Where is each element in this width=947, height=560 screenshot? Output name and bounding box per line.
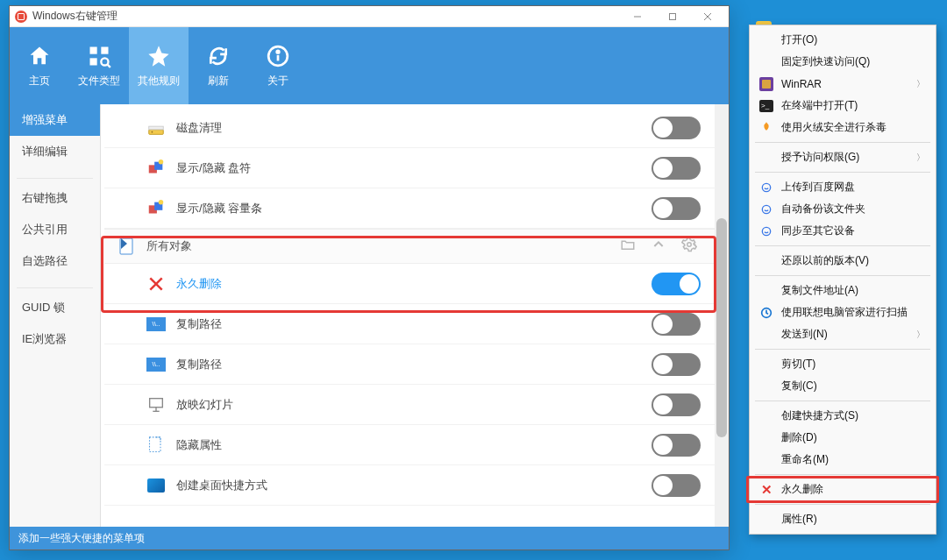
context-menu-separator <box>755 474 930 475</box>
tool-home[interactable]: 主页 <box>10 27 69 104</box>
section-title: 所有对象 <box>146 238 192 254</box>
tool-label: 关于 <box>267 74 288 89</box>
context-menu-item[interactable]: ✕永久删除 <box>751 478 934 500</box>
tool-file-type[interactable]: 文件类型 <box>69 27 129 104</box>
toggle[interactable] <box>652 353 701 376</box>
context-menu-item[interactable]: 使用火绒安全进行杀毒 <box>751 117 934 138</box>
sidebar-item-right-drag[interactable]: 右键拖拽 <box>10 182 100 214</box>
item-row[interactable]: 隐藏属性 <box>104 425 720 465</box>
svg-point-20 <box>159 199 164 204</box>
context-menu-item[interactable]: 固定到快速访问(Q) <box>751 51 934 73</box>
app-icon <box>15 11 27 23</box>
context-menu-item[interactable]: WinRAR〉 <box>751 73 934 95</box>
context-menu-item[interactable]: 发送到(N)〉 <box>751 323 934 345</box>
context-menu-item[interactable]: 删除(D) <box>751 427 934 449</box>
blank-icon <box>758 150 774 166</box>
tool-other-rules[interactable]: 其他规则 <box>129 27 189 104</box>
context-menu-item-label: 重命名(M) <box>781 452 829 467</box>
context-menu-item[interactable]: 同步至其它设备 <box>751 220 934 242</box>
tool-about[interactable]: 关于 <box>248 27 308 104</box>
toggle[interactable] <box>652 434 701 457</box>
svg-point-14 <box>152 131 153 132</box>
context-menu-item-label: WinRAR <box>781 78 822 90</box>
context-menu-item-label: 在终端中打开(T) <box>781 98 858 113</box>
close-button[interactable] <box>690 6 725 27</box>
context-menu: 打开(O)固定到快速访问(Q)WinRAR〉>_在终端中打开(T)使用火绒安全进… <box>749 25 936 535</box>
svg-rect-13 <box>149 126 164 130</box>
item-row-permanent-delete[interactable]: 永久删除 <box>104 264 720 304</box>
objects-icon <box>117 236 138 257</box>
context-menu-item[interactable]: 上传到百度网盘 <box>751 176 934 198</box>
item-label: 复制路径 <box>176 316 222 332</box>
tool-label: 文件类型 <box>78 74 120 89</box>
tool-label: 其他规则 <box>138 74 180 89</box>
drive-icon <box>146 199 166 218</box>
item-row[interactable]: 显示/隐藏 盘符 <box>104 148 720 188</box>
content-area: 磁盘清理 显示/隐藏 盘符 显示/隐藏 容量条 所有对象 <box>101 104 729 527</box>
sidebar-item-detail-edit[interactable]: 详细编辑 <box>10 136 100 167</box>
context-menu-item-label: 属性(R) <box>781 512 817 527</box>
minimize-button[interactable] <box>620 6 655 27</box>
item-row[interactable]: 磁盘清理 <box>104 108 720 148</box>
context-menu-item[interactable]: 授予访问权限(G)〉 <box>751 146 934 168</box>
context-menu-item[interactable]: 使用联想电脑管家进行扫描 <box>751 301 934 323</box>
context-menu-item[interactable]: 创建快捷方式(S) <box>751 405 934 427</box>
toggle[interactable] <box>652 313 701 336</box>
blank-icon <box>758 452 774 468</box>
context-menu-separator <box>755 275 930 276</box>
item-row[interactable]: \\.. 复制路径 <box>104 304 720 344</box>
item-label: 磁盘清理 <box>176 120 222 136</box>
context-menu-item[interactable]: 剪切(T) <box>751 353 934 375</box>
section-header[interactable]: 所有对象 <box>104 229 720 264</box>
toggle[interactable] <box>652 157 701 180</box>
toggle[interactable] <box>652 474 701 497</box>
toggle[interactable] <box>652 197 701 220</box>
context-menu-item[interactable]: >_在终端中打开(T) <box>751 95 934 117</box>
tool-refresh[interactable]: 刷新 <box>189 27 248 104</box>
sidebar-item-enhance-menu[interactable]: 增强菜单 <box>10 104 100 136</box>
home-icon <box>27 44 52 68</box>
context-menu-item-label: 固定到快速访问(Q) <box>781 54 870 69</box>
blank-icon <box>758 379 774 394</box>
scrollbar[interactable] <box>715 104 729 527</box>
tool-label: 主页 <box>29 74 50 89</box>
item-row[interactable]: 创建桌面快捷方式 <box>104 465 720 506</box>
sidebar-item-ie[interactable]: IE浏览器 <box>10 323 100 355</box>
folder-open-icon[interactable] <box>620 237 636 256</box>
context-menu-item[interactable]: 重命名(M) <box>751 449 934 471</box>
sidebar-item-guid-lock[interactable]: GUID 锁 <box>10 292 100 323</box>
maximize-button[interactable] <box>655 6 690 27</box>
context-menu-separator <box>755 401 930 401</box>
gear-icon[interactable] <box>681 237 697 256</box>
item-row[interactable]: \\.. 复制路径 <box>104 344 720 385</box>
status-text: 添加一些强大便捷的菜单项 <box>18 531 145 546</box>
chevron-up-icon[interactable] <box>652 237 666 255</box>
scrollbar-thumb[interactable] <box>716 218 727 437</box>
toggle[interactable] <box>652 393 701 416</box>
sidebar-item-custom-path[interactable]: 自选路径 <box>10 245 100 277</box>
context-menu-separator <box>755 349 930 350</box>
item-row[interactable]: 显示/隐藏 容量条 <box>104 188 720 229</box>
context-menu-item[interactable]: 复制文件地址(A) <box>751 280 934 301</box>
statusbar: 添加一些强大便捷的菜单项 <box>10 527 729 549</box>
toggle[interactable] <box>652 273 701 295</box>
context-menu-item[interactable]: 还原以前的版本(V) <box>751 250 934 272</box>
toggle[interactable] <box>652 117 701 139</box>
lenovo-icon <box>758 305 774 321</box>
svg-point-23 <box>687 243 692 247</box>
svg-point-17 <box>159 159 164 164</box>
svg-point-32 <box>762 227 770 235</box>
path-icon: \\.. <box>146 315 166 334</box>
context-menu-item[interactable]: 复制(C) <box>751 375 934 397</box>
sidebar-item-public-ref[interactable]: 公共引用 <box>10 214 100 245</box>
item-label: 创建桌面快捷方式 <box>176 478 267 493</box>
winrar-icon <box>758 76 774 92</box>
context-menu-item[interactable]: 属性(R) <box>751 508 934 530</box>
blank-icon <box>758 253 774 269</box>
context-menu-item[interactable]: 自动备份该文件夹 <box>751 198 934 220</box>
context-menu-separator <box>755 142 930 143</box>
blank-icon <box>758 430 774 446</box>
context-menu-item[interactable]: 打开(O) <box>751 29 934 51</box>
item-row[interactable]: 放映幻灯片 <box>104 385 720 425</box>
chevron-right-icon: 〉 <box>916 152 925 164</box>
